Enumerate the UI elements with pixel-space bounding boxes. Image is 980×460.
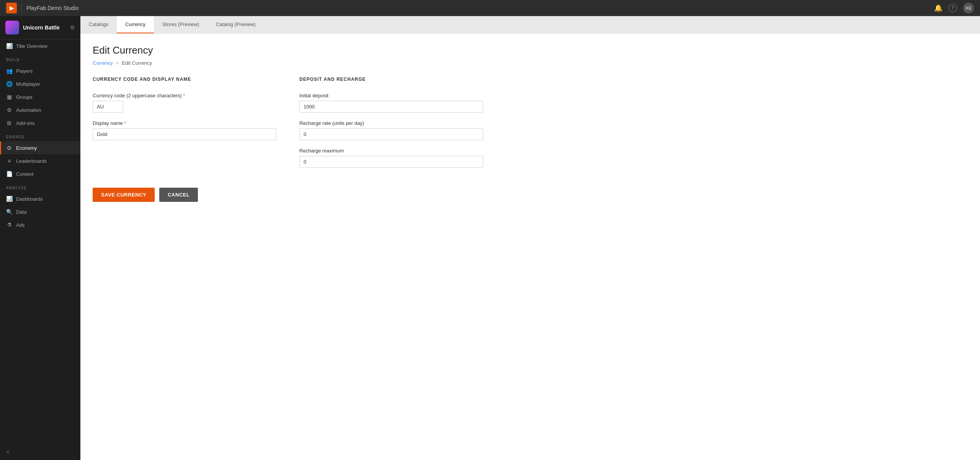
sidebar-item-content[interactable]: 📄 Content — [0, 167, 80, 180]
content-area: Catalogs Currency Stores (Preview) Catal… — [80, 16, 980, 460]
chart-icon: 📊 — [6, 43, 12, 49]
title-overview-label: Title Overview — [16, 43, 47, 49]
dashboards-icon: 📊 — [6, 196, 12, 202]
cancel-button[interactable]: CANCEL — [159, 188, 198, 202]
settings-icon[interactable]: ⚙ — [70, 25, 75, 31]
playfab-logo: ▶ — [6, 3, 17, 13]
save-currency-button[interactable]: SAVE CURRENCY — [93, 188, 155, 202]
display-name-group: Display name * — [93, 120, 276, 140]
sidebar-item-ads[interactable]: ⚗ Ads — [0, 218, 80, 231]
recharge-max-group: Recharge maximum — [299, 148, 483, 168]
form-sections: CURRENCY CODE AND DISPLAY NAME Currency … — [93, 77, 968, 175]
sidebar-app-header: Unicorn Battle ⚙ — [0, 16, 80, 39]
topbar: ▶ PlayFab Demo Studio 🔔 ? KE — [0, 0, 980, 16]
app-name: Unicorn Battle — [23, 25, 66, 31]
multiplayer-label: Multiplayer — [16, 81, 40, 87]
sidebar-item-dashboards[interactable]: 📊 Dashboards — [0, 192, 80, 205]
players-icon: 👥 — [6, 68, 12, 74]
section-engage-label: ENGAGE — [0, 129, 80, 141]
section-analyze-label: ANALYZE — [0, 180, 80, 192]
display-name-label: Display name * — [93, 120, 276, 126]
help-icon[interactable]: ? — [949, 4, 957, 12]
sidebar-item-players[interactable]: 👥 Players — [0, 64, 80, 77]
addons-icon: ⊞ — [6, 120, 12, 126]
groups-icon: ▦ — [6, 94, 12, 100]
sidebar-item-leaderboards[interactable]: ≡ Leaderboards — [0, 154, 80, 167]
main-layout: Unicorn Battle ⚙ 📊 Title Overview BUILD … — [0, 16, 980, 460]
action-bar: SAVE CURRENCY CANCEL — [93, 188, 968, 202]
economy-icon: ⊙ — [6, 145, 12, 151]
left-section-heading: CURRENCY CODE AND DISPLAY NAME — [93, 77, 276, 85]
initial-deposit-input[interactable] — [299, 101, 483, 113]
breadcrumb-current: Edit Currency — [122, 60, 152, 66]
topbar-right: 🔔 ? KE — [934, 3, 974, 13]
players-label: Players — [16, 68, 33, 74]
display-name-input[interactable] — [93, 128, 276, 140]
ads-icon: ⚗ — [6, 222, 12, 228]
bell-icon[interactable]: 🔔 — [934, 4, 942, 12]
economy-label: Economy — [16, 145, 37, 151]
currency-code-group: Currency code (2 uppercase characters) * — [93, 93, 276, 113]
currency-code-label: Currency code (2 uppercase characters) * — [93, 93, 276, 98]
page-content: Edit Currency Currency > Edit Currency C… — [80, 34, 980, 460]
automation-icon: ⚙ — [6, 107, 12, 113]
logo-icon: ▶ — [10, 5, 14, 11]
data-label: Data — [16, 209, 26, 215]
leaderboards-icon: ≡ — [6, 158, 12, 164]
collapse-icon: « — [6, 449, 10, 455]
currency-code-input[interactable] — [93, 101, 123, 113]
groups-label: Groups — [16, 94, 33, 100]
form-section-right: DEPOSIT AND RECHARGE Initial deposit Rec… — [299, 77, 483, 175]
sidebar-item-economy[interactable]: ⊙ Economy — [0, 141, 80, 154]
tab-catalogs[interactable]: Catalogs — [80, 16, 117, 33]
required-star-code: * — [183, 93, 185, 98]
collapse-sidebar-button[interactable]: « — [0, 444, 80, 460]
sidebar-item-groups[interactable]: ▦ Groups — [0, 90, 80, 103]
sidebar-item-addons[interactable]: ⊞ Add-ons — [0, 116, 80, 129]
tab-catalog-preview[interactable]: Catalog (Preview) — [207, 16, 264, 33]
tab-bar: Catalogs Currency Stores (Preview) Catal… — [80, 16, 980, 34]
tab-currency[interactable]: Currency — [117, 16, 154, 33]
sidebar-item-automation[interactable]: ⚙ Automation — [0, 103, 80, 116]
app-icon — [5, 21, 19, 34]
sidebar-item-data[interactable]: 🔍 Data — [0, 205, 80, 218]
breadcrumb-link-currency[interactable]: Currency — [93, 60, 113, 66]
right-section-heading: DEPOSIT AND RECHARGE — [299, 77, 483, 85]
automation-label: Automation — [16, 107, 41, 113]
section-build-label: BUILD — [0, 52, 80, 64]
addons-label: Add-ons — [16, 120, 34, 126]
recharge-rate-input[interactable] — [299, 128, 483, 140]
page-title: Edit Currency — [93, 44, 968, 56]
required-star-name: * — [124, 120, 126, 126]
form-section-left: CURRENCY CODE AND DISPLAY NAME Currency … — [93, 77, 276, 175]
ads-label: Ads — [16, 222, 24, 228]
content-label: Content — [16, 171, 34, 177]
breadcrumb: Currency > Edit Currency — [93, 60, 968, 66]
topbar-title: PlayFab Demo Studio — [26, 5, 78, 11]
multiplayer-icon: 🌐 — [6, 81, 12, 87]
data-icon: 🔍 — [6, 209, 12, 215]
user-avatar[interactable]: KE — [963, 3, 974, 13]
content-icon: 📄 — [6, 171, 12, 177]
sidebar-item-title-overview[interactable]: 📊 Title Overview — [0, 39, 80, 52]
recharge-rate-label: Recharge rate (units per day) — [299, 120, 483, 126]
initial-deposit-group: Initial deposit — [299, 93, 483, 113]
breadcrumb-separator: > — [116, 60, 119, 66]
tab-stores-preview[interactable]: Stores (Preview) — [154, 16, 207, 33]
recharge-max-input[interactable] — [299, 156, 483, 168]
topbar-divider — [21, 4, 22, 12]
leaderboards-label: Leaderboards — [16, 158, 47, 164]
recharge-max-label: Recharge maximum — [299, 148, 483, 154]
sidebar: Unicorn Battle ⚙ 📊 Title Overview BUILD … — [0, 16, 80, 460]
sidebar-item-multiplayer[interactable]: 🌐 Multiplayer — [0, 77, 80, 90]
recharge-rate-group: Recharge rate (units per day) — [299, 120, 483, 140]
dashboards-label: Dashboards — [16, 196, 43, 202]
initial-deposit-label: Initial deposit — [299, 93, 483, 98]
